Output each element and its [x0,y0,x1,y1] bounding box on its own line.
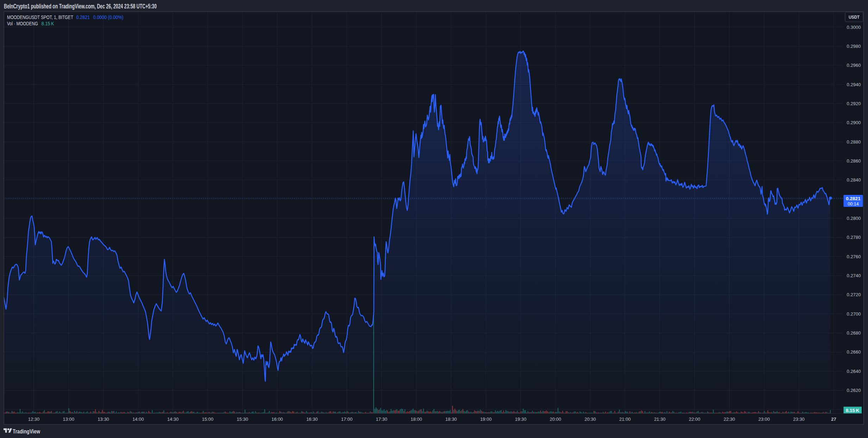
svg-text:0.2800: 0.2800 [847,216,861,221]
svg-text:0.2660: 0.2660 [847,349,861,355]
svg-text:0.2900: 0.2900 [847,120,861,125]
svg-text:MOODENGUSDT SPOT, 1, BITGET: MOODENGUSDT SPOT, 1, BITGET [7,14,73,20]
svg-text:0.2860: 0.2860 [847,158,861,164]
svg-text:0.2920: 0.2920 [847,101,861,106]
svg-text:23:30: 23:30 [793,417,805,422]
svg-text:20:00: 20:00 [550,417,561,422]
svg-text:23:00: 23:00 [759,417,770,422]
svg-text:14:30: 14:30 [167,417,179,422]
svg-text:17:00: 17:00 [341,417,353,422]
svg-text:0.2821 0.0000 (0.00%): 0.2821 0.0000 (0.00%) [76,14,124,20]
svg-text:17:30: 17:30 [376,417,388,422]
svg-text:14:00: 14:00 [132,417,144,422]
svg-text:22:00: 22:00 [689,417,700,422]
svg-text:18:30: 18:30 [445,417,457,422]
svg-text:15:00: 15:00 [202,417,214,422]
svg-text:20:30: 20:30 [585,417,596,422]
svg-text:BeInCrypto1 published on Tradi: BeInCrypto1 published on TradingView.com… [4,3,157,10]
svg-text:0.2720: 0.2720 [847,292,861,297]
svg-text:27: 27 [831,417,836,422]
svg-text:0.2680: 0.2680 [847,330,861,336]
svg-text:16:30: 16:30 [306,417,318,422]
svg-text:0.2620: 0.2620 [847,388,861,393]
svg-text:0.2840: 0.2840 [847,177,861,183]
svg-text:13:00: 13:00 [63,417,75,422]
svg-text:19:30: 19:30 [515,417,527,422]
svg-text:21:30: 21:30 [654,417,666,422]
svg-text:16:00: 16:00 [271,417,283,422]
svg-text:TradingView: TradingView [13,429,40,434]
svg-text:0.2780: 0.2780 [847,235,861,240]
svg-text:Vol · MOODENG: Vol · MOODENG [7,21,38,26]
svg-text:0.2700: 0.2700 [847,311,861,317]
svg-text:0.2880: 0.2880 [847,139,861,145]
svg-text:13:30: 13:30 [98,417,109,422]
svg-text:0.3000: 0.3000 [847,25,861,30]
svg-text:19:00: 19:00 [480,417,492,422]
svg-text:8.15 K: 8.15 K [846,408,860,413]
svg-text:USDT: USDT [849,15,860,20]
svg-text:0.2980: 0.2980 [847,44,861,49]
svg-text:00:14: 00:14 [848,202,858,207]
svg-text:8.15 K: 8.15 K [42,21,55,26]
svg-text:0.2740: 0.2740 [847,273,861,278]
svg-text:18:00: 18:00 [411,417,422,422]
svg-text:0.2940: 0.2940 [847,82,861,87]
svg-text:0.2640: 0.2640 [847,369,861,374]
svg-text:0.2760: 0.2760 [847,254,861,259]
svg-text:15:30: 15:30 [237,417,249,422]
svg-text:0.2960: 0.2960 [847,63,861,68]
svg-text:0.2821: 0.2821 [846,196,861,201]
svg-text:21:00: 21:00 [619,417,631,422]
svg-text:22:30: 22:30 [724,417,735,422]
svg-text:12:30: 12:30 [28,417,40,422]
